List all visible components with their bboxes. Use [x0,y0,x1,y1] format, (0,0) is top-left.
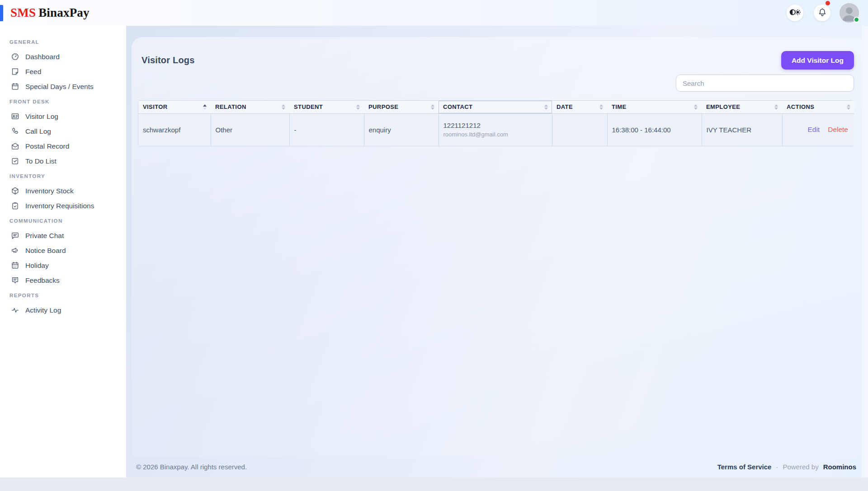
sidebar-item-inventory-requisitions[interactable]: Inventory Requisitions [0,198,126,213]
contact-phone: 1221121212 [443,122,552,129]
sidebar-nav: GENERALDashboardFeedSpecial Days / Event… [0,26,126,477]
sidebar-item-label: Feed [25,68,41,76]
sidebar-item-postal-record[interactable]: Postal Record [0,139,126,154]
sort-up-arrow [599,104,603,107]
brand-name: BinaxPay [38,6,90,19]
sort-down-arrow [282,108,285,110]
brand-logo[interactable]: SMSBinaxPay [10,6,90,20]
sidebar-item-private-chat[interactable]: Private Chat [0,228,126,243]
sort-up-arrow [847,104,850,107]
column-header-label: RELATION [215,103,246,110]
column-header-date[interactable]: DATE [552,101,607,113]
chat-icon [11,231,19,240]
sidebar-item-special-days-events[interactable]: Special Days / Events [0,79,126,94]
theme-contrast-sun-icon [789,7,801,19]
sidebar-item-label: Call Log [25,127,51,136]
sidebar-item-label: Postal Record [25,142,69,150]
sidebar-item-label: Private Chat [25,232,64,240]
sort-arrows-icon [847,104,850,110]
column-header-purpose[interactable]: PURPOSE [364,101,439,113]
sort-down-arrow [431,108,434,110]
sort-down-arrow [847,108,850,110]
column-header-label: CONTACT [443,103,472,110]
sidebar-item-visitor-log[interactable]: Visitor Log [0,109,126,124]
feedback-icon [11,276,19,285]
sort-down-arrow [694,108,698,110]
sidebar-item-label: Dashboard [25,53,60,61]
sort-arrows-icon [203,104,207,110]
sidebar-item-feedbacks[interactable]: Feedbacks [0,273,126,288]
column-header-time[interactable]: TIME [607,101,702,113]
terms-of-service-link[interactable]: Terms of Service [717,463,772,471]
column-header-student[interactable]: STUDENT [289,101,364,113]
powered-by-brand-link[interactable]: Roominos [823,463,856,471]
sort-up-arrow [356,104,360,107]
column-header-label: VISITOR [143,103,168,110]
scrollbar-track[interactable] [862,26,868,477]
cell-actions: EditDelete [782,113,854,146]
main-content: Visitor Logs Add Visitor Log VISITORRELA… [126,26,868,477]
sidebar-section-label-front-desk: FRONT DESK [0,94,126,109]
column-header-label: EMPLOYEE [706,103,740,110]
sort-up-arrow [694,104,698,107]
online-status-dot [854,17,859,23]
sidebar-item-to-do-list[interactable]: To Do List [0,154,126,168]
column-header-visitor[interactable]: VISITOR [138,101,211,113]
sidebar-item-label: Activity Log [25,306,61,314]
sidebar-item-notice-board[interactable]: Notice Board [0,243,126,258]
theme-toggle-button[interactable] [787,5,803,21]
sort-arrows-icon [544,104,548,110]
sort-down-arrow [356,108,360,110]
sidebar-item-holiday[interactable]: Holiday [0,258,126,273]
notification-badge [826,1,830,5]
notifications-button[interactable] [814,5,830,21]
column-header-label: TIME [612,103,627,110]
app: SMSBinaxPay [0,0,868,491]
column-header-contact[interactable]: CONTACT [439,101,552,113]
footer: © 2026 Binaxpay. All rights reserved. Te… [126,456,868,477]
cell-relation: Other [211,113,289,146]
sort-arrows-icon [431,104,434,110]
search-input[interactable] [676,75,854,92]
feed-icon [11,67,19,76]
powered-by-text: Powered by [783,463,818,471]
sort-down-arrow [203,108,207,110]
sidebar-item-call-log[interactable]: Call Log [0,124,126,139]
sidebar-item-activity-log[interactable]: Activity Log [0,303,126,318]
sidebar-item-feed[interactable]: Feed [0,64,126,79]
column-header-label: PURPOSE [368,103,398,110]
contact-email: roominos.ltd@gmail.com [443,131,552,138]
activity-icon [11,306,19,314]
cell-employee: IVY TEACHER [702,113,782,146]
sidebar-item-inventory-stock[interactable]: Inventory Stock [0,183,126,198]
sidebar-item-label: Holiday [25,262,49,270]
column-header-actions[interactable]: ACTIONS [782,101,854,113]
id-card-icon [11,112,19,121]
sidebar-item-dashboard[interactable]: Dashboard [0,49,126,64]
cell-date [552,113,607,146]
edit-link[interactable]: Edit [807,126,820,133]
copyright-text: © 2026 Binaxpay. All rights reserved. [136,463,247,471]
sidebar-item-label: Inventory Stock [25,187,74,195]
sort-arrows-icon [356,104,360,110]
delete-link[interactable]: Delete [828,126,848,133]
sidebar-item-label: Inventory Requisitions [25,202,94,210]
table-row: schwarzkopfOther-enquiry1221121212roomin… [138,113,854,146]
cell-student: - [289,113,364,146]
column-header-relation[interactable]: RELATION [211,101,289,113]
brand-accent-bar [0,5,3,21]
column-header-label: STUDENT [294,103,323,110]
content-card: Visitor Logs Add Visitor Log VISITORRELA… [132,37,868,456]
add-visitor-log-button[interactable]: Add Visitor Log [781,51,854,70]
sidebar-item-label: Visitor Log [25,112,58,121]
megaphone-icon [11,246,19,255]
avatar[interactable] [840,3,859,23]
sidebar-item-label: Notice Board [25,247,66,255]
sidebar-item-label: To Do List [25,157,57,165]
cell-contact: 1221121212roominos.ltd@gmail.com [439,113,552,146]
sidebar-section-label-inventory: INVENTORY [0,168,126,183]
column-header-employee[interactable]: EMPLOYEE [702,101,782,113]
sidebar-section-label-reports: REPORTS [0,288,126,303]
topbar: SMSBinaxPay [0,0,868,26]
table-header-row: VISITORRELATIONSTUDENTPURPOSECONTACTDATE… [138,101,854,113]
